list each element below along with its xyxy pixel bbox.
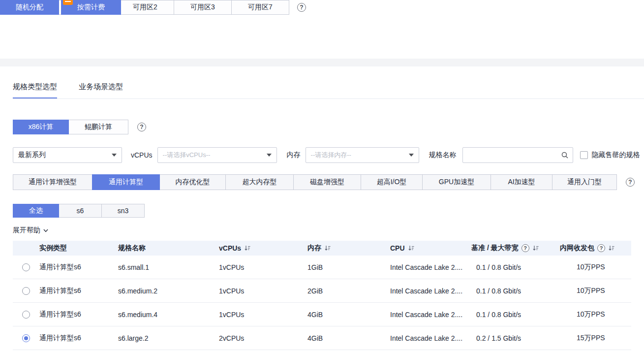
row-radio-cell <box>13 263 39 271</box>
tabs-underline <box>13 98 644 99</box>
column-header-label: 内网收发包 <box>560 244 594 253</box>
availability-zone-group: 随机分配 可用区1 可用区2 可用区3 可用区7 ? <box>0 0 306 15</box>
pps-help-icon[interactable]: ? <box>597 244 605 252</box>
column-header-label: 内存 <box>307 244 321 253</box>
sort-icon[interactable] <box>408 245 415 252</box>
row-radio[interactable] <box>22 287 30 295</box>
chevron-down-icon <box>267 154 272 157</box>
button-label: 按需计费 <box>77 3 105 12</box>
button-label: x86计算 <box>29 123 54 131</box>
button-label: 全选 <box>29 206 43 215</box>
button-label: 鲲鹏计算 <box>85 123 112 131</box>
category-disk-intensive[interactable]: 磁盘增强型 <box>293 174 361 190</box>
cell-bandwidth: 0.1 / 0.8 Gbit/s <box>471 287 560 295</box>
cell-bandwidth: 0.1 / 0.8 Gbit/s <box>471 311 560 319</box>
cell-instance-type: 通用计算型s6 <box>39 263 118 272</box>
arch-option-x86[interactable]: x86计算 <box>13 120 69 134</box>
cell-cpu: Intel Cascade Lake 2.... <box>390 334 471 342</box>
memory-filter-label: 内存 <box>287 151 301 160</box>
table-row[interactable]: 通用计算型s6 s6.medium.2 1vCPUs 2GiB Intel Ca… <box>13 279 631 303</box>
search-icon[interactable] <box>561 151 569 159</box>
expand-help-toggle[interactable]: 展开帮助 <box>13 226 49 235</box>
sort-icon[interactable] <box>244 245 251 252</box>
cell-memory: 1GiB <box>307 263 390 271</box>
column-header-instance-type: 实例类型 <box>39 244 118 253</box>
sort-icon[interactable] <box>608 245 615 252</box>
memory-select[interactable]: --请选择内存-- <box>306 147 419 163</box>
cell-cpu: Intel Cascade Lake 2.... <box>390 263 471 271</box>
row-radio[interactable] <box>22 263 30 271</box>
cell-spec-name: s6.large.2 <box>118 334 219 342</box>
arch-option-kunpeng[interactable]: 鲲鹏计算 <box>68 120 128 134</box>
button-label: GPU加速型 <box>439 178 474 187</box>
button-label: AI加速型 <box>508 178 535 187</box>
table-row[interactable]: 通用计算型s6 s6.small.1 1vCPUs 1GiB Intel Cas… <box>13 256 631 279</box>
series-select[interactable]: 最新系列 <box>13 147 122 163</box>
hide-soldout-label[interactable]: 隐藏售罄的规格 <box>592 151 640 160</box>
column-header-label: CPU <box>390 244 405 252</box>
chevron-down-icon <box>112 154 117 157</box>
row-radio-cell <box>13 311 39 319</box>
spec-name-search-box <box>462 147 573 163</box>
column-header-spec-name: 规格名称 <box>118 244 219 253</box>
series-option-sn3[interactable]: sn3 <box>101 204 145 218</box>
cell-cpu: Intel Cascade Lake 2.... <box>390 287 471 295</box>
bandwidth-help-icon[interactable]: ? <box>521 244 529 252</box>
chevron-down-icon <box>43 227 49 233</box>
category-ultra-high-io[interactable]: 超高I/O型 <box>361 174 423 190</box>
spec-category-group: 通用计算增强型 通用计算型 内存优化型 超大内存型 磁盘增强型 超高I/O型 G… <box>13 174 635 190</box>
tab-business-scenario-selection[interactable]: 业务场景选型 <box>79 82 123 99</box>
cell-bandwidth: 0.1 / 0.8 Gbit/s <box>471 263 560 271</box>
cell-bandwidth: 0.2 / 1.5 Gbit/s <box>471 334 560 342</box>
az-help-icon[interactable]: ? <box>297 3 306 12</box>
table-row[interactable]: 通用计算型s6 s6.medium.4 1vCPUs 4GiB Intel Ca… <box>13 303 631 326</box>
category-general-computing-plus[interactable]: 通用计算增强型 <box>13 174 92 190</box>
cell-instance-type: 通用计算型s6 <box>39 334 118 343</box>
cell-memory: 2GiB <box>307 287 390 295</box>
column-header-pps: 内网收发包 ? <box>560 244 631 253</box>
cell-pps: 10万PPS <box>560 287 631 295</box>
cell-vcpus: 1vCPUs <box>219 287 307 295</box>
row-radio[interactable] <box>22 311 30 319</box>
series-option-s6[interactable]: s6 <box>59 204 102 218</box>
category-large-memory[interactable]: 超大内存型 <box>225 174 294 190</box>
tab-label: 业务场景选型 <box>79 82 123 91</box>
vcpus-filter-label: vCPUs <box>131 151 153 159</box>
category-help-icon[interactable]: ? <box>626 178 635 187</box>
column-header-memory: 内存 <box>307 244 390 253</box>
cpu-architecture-group: x86计算 鲲鹏计算 ? <box>13 120 146 134</box>
button-label: 可用区3 <box>190 3 215 12</box>
cell-instance-type: 通用计算型s6 <box>39 310 118 319</box>
button-label: 超高I/O型 <box>377 178 407 187</box>
column-header-label: 基准 / 最大带宽 <box>471 244 519 253</box>
tab-spec-type-selection[interactable]: 规格类型选型 <box>13 82 57 99</box>
spec-name-search-input[interactable] <box>467 148 561 162</box>
cell-vcpus: 1vCPUs <box>219 311 307 319</box>
az-option-random[interactable]: 随机分配 <box>0 0 59 15</box>
arch-help-icon[interactable]: ? <box>137 123 146 131</box>
row-radio-cell <box>13 287 39 295</box>
category-ai-accelerated[interactable]: AI加速型 <box>491 174 552 190</box>
cell-vcpus: 1vCPUs <box>219 263 307 271</box>
az-option-3[interactable]: 可用区3 <box>174 0 232 15</box>
button-label: 通用计算型 <box>109 178 143 187</box>
sort-icon[interactable] <box>532 245 539 252</box>
series-option-all[interactable]: 全选 <box>13 204 59 218</box>
table-row[interactable]: 通用计算型s6 s6.large.2 2vCPUs 4GiB Intel Cas… <box>13 326 631 350</box>
promo-badge-icon <box>63 0 73 5</box>
category-general-computing[interactable]: 通用计算型 <box>92 174 160 190</box>
section-divider <box>0 59 644 66</box>
row-radio[interactable] <box>22 334 30 342</box>
vcpus-select[interactable]: --请选择vCPUs-- <box>157 147 277 163</box>
series-select-value: 最新系列 <box>18 151 46 160</box>
category-general-entry[interactable]: 通用入门型 <box>552 174 617 190</box>
hide-soldout-checkbox[interactable] <box>580 151 588 159</box>
az-option-2[interactable]: 可用区2 <box>116 0 174 15</box>
az-option-7[interactable]: 可用区7 <box>231 0 289 15</box>
category-memory-optimized[interactable]: 内存优化型 <box>159 174 226 190</box>
category-gpu-accelerated[interactable]: GPU加速型 <box>422 174 491 190</box>
memory-select-placeholder: --请选择内存-- <box>311 151 351 160</box>
spec-filter-bar: 最新系列 vCPUs --请选择vCPUs-- 内存 --请选择内存-- 规格名… <box>13 147 640 163</box>
button-label: 随机分配 <box>16 3 43 12</box>
sort-icon[interactable] <box>324 245 331 252</box>
